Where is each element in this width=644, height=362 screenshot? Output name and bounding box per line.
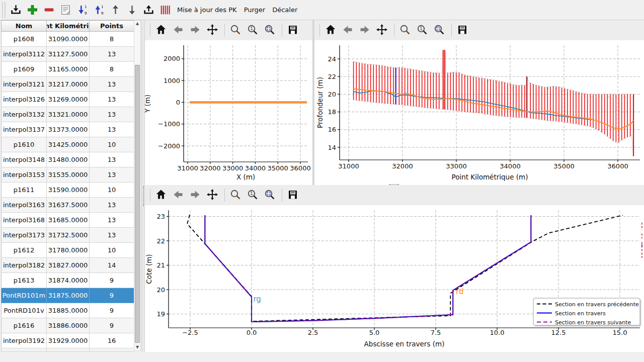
- edit-button[interactable]: [57, 2, 74, 19]
- back-icon[interactable]: [172, 24, 186, 37]
- sort-descending-button[interactable]: 19: [74, 2, 91, 19]
- svg-text:20: 20: [156, 286, 165, 294]
- table-row[interactable]: p161131590.000010: [2, 183, 134, 198]
- zoom-one-icon[interactable]: [247, 24, 260, 37]
- table-row[interactable]: interpol319231929.000016: [2, 333, 134, 348]
- save-icon[interactable]: [287, 24, 300, 37]
- table-row[interactable]: p161031425.000010: [2, 137, 134, 152]
- purge-button[interactable]: Purger: [240, 4, 269, 16]
- plots-area: » 31000320003300034000350003600020001000…: [145, 20, 644, 352]
- pan-icon[interactable]: [206, 189, 220, 202]
- shift-button[interactable]: Décaler: [269, 4, 301, 16]
- table-row[interactable]: p161631886.00009: [2, 318, 134, 333]
- import-button[interactable]: [8, 2, 24, 19]
- table-row[interactable]: interpol313231321.000013: [2, 107, 134, 122]
- svg-text:36000: 36000: [607, 162, 628, 170]
- table-row[interactable]: p160931165.00008: [2, 62, 134, 77]
- table-row[interactable]: interpol317331732.500013: [2, 228, 134, 243]
- zoom-rect-icon[interactable]: [433, 24, 447, 37]
- home-icon[interactable]: [155, 189, 169, 202]
- table-row[interactable]: interpol311231127.500013: [2, 47, 134, 62]
- table-row[interactable]: interpol313731373.000013: [2, 122, 134, 137]
- home-icon[interactable]: [325, 24, 338, 37]
- back-icon[interactable]: [172, 189, 186, 202]
- zoom-one-icon[interactable]: [247, 189, 260, 202]
- move-up-button[interactable]: [107, 2, 124, 19]
- svg-text:32000: 32000: [200, 164, 220, 172]
- splitter-handle[interactable]: [141, 20, 145, 352]
- pan-icon[interactable]: [206, 24, 220, 37]
- svg-text:rg: rg: [253, 295, 261, 304]
- table-row[interactable]: interpol318231827.000014: [2, 258, 134, 273]
- add-button[interactable]: [24, 2, 41, 19]
- table-scrollbar[interactable]: ▲ ▼: [134, 20, 141, 351]
- svg-text:22: 22: [156, 237, 165, 245]
- trace-chart[interactable]: 310003200033000340003500036000200010000−…: [145, 40, 312, 185]
- svg-text:35000: 35000: [553, 162, 574, 170]
- zoom-icon[interactable]: [399, 24, 413, 37]
- pan-icon[interactable]: [376, 24, 389, 37]
- column-header-points[interactable]: Points: [90, 21, 134, 32]
- svg-text:0: 0: [176, 99, 180, 106]
- table-row[interactable]: PontRD101v31885.00009: [2, 303, 134, 318]
- section-chart[interactable]: −2.50.02.55.07.510.012.515.02322212019Ab…: [145, 205, 644, 352]
- svg-text:7.5: 7.5: [431, 329, 441, 336]
- update-pk-button[interactable]: Mise à jour des PK: [174, 4, 240, 16]
- svg-text:1000: 1000: [164, 77, 180, 84]
- svg-text:Cote (m): Cote (m): [145, 254, 153, 284]
- move-down-button[interactable]: [124, 2, 140, 19]
- svg-text:Profondeur (m): Profondeur (m): [316, 77, 324, 128]
- zoom-rect-icon[interactable]: [264, 189, 277, 202]
- scroll-down-button[interactable]: ▼: [135, 344, 140, 350]
- column-header-pk[interactable]: Point Kilométrique: [47, 21, 90, 32]
- zoom-rect-icon[interactable]: [264, 24, 277, 37]
- forward-icon[interactable]: [189, 24, 203, 37]
- save-icon[interactable]: [456, 24, 470, 37]
- svg-text:34000: 34000: [245, 164, 266, 172]
- svg-text:1: 1: [85, 5, 87, 9]
- sections-table-panel: Nom Point Kilométrique Points p160831090…: [0, 20, 141, 352]
- home-icon[interactable]: [155, 24, 169, 37]
- scroll-up-button[interactable]: ▲: [135, 21, 140, 27]
- plot-toolbar-profile: [314, 20, 644, 40]
- svg-text:5.0: 5.0: [369, 329, 380, 336]
- table-row[interactable]: p160831090.00008: [2, 32, 134, 47]
- forward-icon[interactable]: [189, 189, 203, 202]
- table-row[interactable]: interpol316331637.500013: [2, 198, 134, 213]
- table-row[interactable]: interpol314831480.000013: [2, 152, 134, 167]
- svg-text:33000: 33000: [446, 162, 466, 170]
- table-row[interactable]: interpol312631269.000013: [2, 92, 134, 107]
- scrollbar-thumb[interactable]: [135, 65, 140, 343]
- toolbar-grip[interactable]: [2, 3, 6, 18]
- table-row[interactable]: [2, 348, 134, 351]
- column-header-nom[interactable]: Nom: [2, 21, 47, 32]
- zoom-icon[interactable]: [229, 24, 243, 37]
- table-row[interactable]: p161231780.000010: [2, 243, 134, 258]
- export-button[interactable]: [140, 2, 157, 19]
- svg-text:35000: 35000: [268, 164, 288, 172]
- forward-icon[interactable]: [359, 24, 372, 37]
- svg-text:33000: 33000: [222, 164, 243, 172]
- sort-ascending-button[interactable]: 19: [91, 2, 107, 19]
- save-icon[interactable]: [287, 189, 300, 202]
- remove-button[interactable]: [41, 2, 57, 19]
- svg-text:−2000: −2000: [158, 142, 180, 150]
- svg-text:X (m): X (m): [236, 173, 255, 181]
- svg-text:16: 16: [328, 126, 336, 133]
- svg-text:−2.5: −2.5: [182, 329, 198, 336]
- zoom-one-icon[interactable]: [416, 24, 430, 37]
- profile-chart[interactable]: 3100032000330003400035000360002422201816…: [314, 40, 644, 185]
- table-row[interactable]: p161331874.00009: [2, 273, 134, 288]
- svg-text:0.0: 0.0: [247, 329, 257, 336]
- table-row[interactable]: interpol316831685.000013: [2, 213, 134, 228]
- sections-button[interactable]: [157, 2, 174, 19]
- zoom-icon[interactable]: [229, 189, 243, 202]
- back-icon[interactable]: [342, 24, 355, 37]
- svg-text:Section en travers suivante: Section en travers suivante: [555, 319, 631, 326]
- svg-text:Y (m): Y (m): [145, 95, 151, 113]
- table-row[interactable]: PontRD101m31875.00009: [2, 288, 134, 303]
- table-row[interactable]: interpol312131217.000013: [2, 77, 134, 92]
- horizontal-splitter-handle[interactable]: [389, 184, 399, 186]
- plot-toolbar-trace: »: [145, 20, 312, 40]
- table-row[interactable]: interpol315331535.000013: [2, 167, 134, 183]
